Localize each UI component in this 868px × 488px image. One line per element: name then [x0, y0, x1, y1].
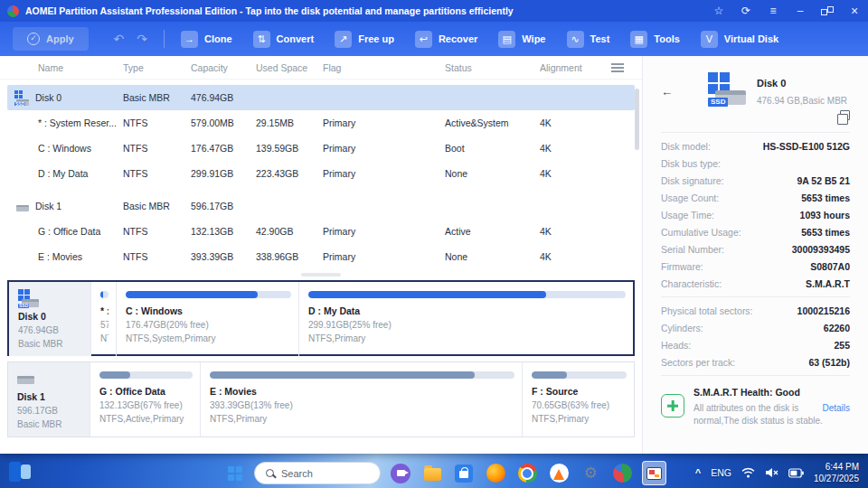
undo-button[interactable]: ↶ [114, 32, 125, 46]
taskbar: Search ⚙ ^ ENG 6:44 PM 10/27/2025 [0, 457, 868, 488]
column-used-space[interactable]: Used Space [256, 62, 323, 73]
free-up-button[interactable]: ↗ Free up [335, 31, 394, 48]
table-header: Name Type Capacity Used Space Flag Statu… [0, 56, 642, 80]
detail-disk-subtitle: 476.94 GB,Basic MBR [757, 96, 847, 106]
column-alignment[interactable]: Alignment [540, 62, 611, 73]
redo-button[interactable]: ↷ [137, 32, 147, 46]
start-button[interactable] [224, 463, 246, 484]
language-indicator[interactable]: ENG [711, 467, 731, 478]
widgets-icon[interactable] [9, 462, 31, 482]
recover-button[interactable]: ↩ Recover [415, 31, 477, 48]
convert-button[interactable]: ⇅ Convert [253, 31, 315, 48]
disk-properties: Disk model:HS-SSD-E100 512G Disk bus typ… [661, 133, 850, 296]
smart-health-box: S.M.A.R.T Health: Good All attributes on… [661, 376, 850, 427]
close-button[interactable]: × [848, 5, 861, 17]
chrome-icon[interactable] [515, 462, 539, 485]
ssd-disk-icon: SSD [14, 90, 31, 106]
back-button[interactable]: ← [661, 85, 673, 99]
table-scrollbar[interactable] [635, 89, 639, 150]
clock[interactable]: 6:44 PM 10/27/2025 [814, 461, 859, 484]
tools-icon: ▦ [630, 31, 647, 48]
column-type[interactable]: Type [123, 62, 191, 73]
partition-block-f-source[interactable]: F : Source 70.65GB(63% free) NTFS,Primar… [522, 362, 634, 436]
app-window: AOMEI Partition Assistant Professional E… [0, 0, 868, 454]
partition-block-system-reserved[interactable]: * : ... 579... NTF... [90, 282, 116, 356]
settings-gear-icon[interactable]: ⚙ [579, 462, 602, 485]
tray-date: 10/27/2025 [814, 473, 859, 484]
table-row-e-movies[interactable]: E : Movies NTFS 393.39GB 338.96GB Primar… [0, 244, 642, 269]
store-icon[interactable] [452, 462, 476, 485]
clone-icon: → [181, 31, 198, 48]
battery-icon[interactable] [788, 468, 804, 478]
apply-button[interactable]: ✓ Apply [13, 27, 89, 51]
disk1-map[interactable]: Disk 1 596.17GB Basic MBR G : Office Dat… [7, 361, 635, 437]
virtual-disk-button[interactable]: V Virtual Disk [701, 31, 778, 48]
restore-button[interactable] [821, 6, 834, 15]
column-status[interactable]: Status [445, 62, 540, 73]
wifi-icon[interactable] [741, 467, 755, 478]
table-row-disk0[interactable]: SSD Disk 0 Basic MBR 476.94GB [7, 85, 635, 110]
toolbar-divider [164, 30, 165, 48]
test-button[interactable]: ∿ Test [567, 31, 610, 48]
window-title: AOMEI Partition Assistant Professional E… [25, 5, 705, 16]
aomei-logo-icon [7, 5, 19, 17]
refresh-icon[interactable]: ⟳ [740, 5, 752, 17]
details-link[interactable]: Details [822, 403, 850, 413]
wipe-icon: ▤ [498, 31, 515, 48]
wipe-button[interactable]: ▤ Wipe [498, 31, 545, 48]
menu-icon[interactable]: ≡ [767, 5, 779, 17]
disk-list-section: Name Type Capacity Used Space Flag Statu… [0, 56, 642, 454]
vlc-icon[interactable] [547, 462, 571, 485]
disk0-map-header[interactable]: SSD Disk 0 476.94GB Basic MBR [9, 282, 90, 356]
column-flag[interactable]: Flag [323, 62, 445, 73]
detail-disk-name: Disk 0 [757, 78, 786, 89]
volume-muted-icon[interactable] [765, 467, 778, 478]
disk-geometry: Physical total sectors:1000215216 Cylind… [661, 297, 850, 375]
hdd-disk-icon [14, 199, 31, 214]
column-settings-icon[interactable] [611, 63, 624, 72]
check-circle-icon: ✓ [27, 33, 40, 45]
favorite-icon[interactable]: ☆ [712, 5, 725, 17]
virtual-disk-icon: V [701, 31, 718, 48]
recover-icon: ↩ [415, 31, 432, 48]
splitter-handle[interactable] [0, 269, 642, 280]
minimize-button[interactable]: – [794, 5, 807, 17]
pinned-app-icon[interactable] [610, 462, 634, 485]
ssd-disk-icon: SSD [18, 289, 40, 307]
file-explorer-icon[interactable] [420, 462, 444, 485]
search-input[interactable]: Search [254, 462, 381, 484]
chat-app-icon[interactable] [389, 462, 412, 485]
table-row-c-windows[interactable]: C : Windows NTFS 176.47GB 139.59GB Prima… [0, 136, 642, 161]
health-plus-icon [661, 394, 684, 418]
search-icon [266, 469, 274, 477]
table-row-system-reserved[interactable]: * : System Reser... NTFS 579.00MB 29.15M… [0, 110, 642, 136]
ssd-disk-icon: SSD [708, 72, 746, 107]
table-row-d-my-data[interactable]: D : My Data NTFS 299.91GB 223.43GB Prima… [0, 161, 642, 186]
smart-health-title: S.M.A.R.T Health: Good [693, 387, 827, 398]
disk-detail-panel: ← SSD Disk 0 476.94 GB,Basic MBR Disk mo… [642, 56, 868, 454]
toolbar: ✓ Apply ↶ ↷ → Clone ⇅ Convert ↗ Free up … [0, 22, 868, 56]
partition-block-e-movies[interactable]: E : Movies 393.39GB(13% free) NTFS,Prima… [200, 362, 522, 436]
clone-button[interactable]: → Clone [181, 31, 232, 48]
firefox-icon[interactable] [484, 462, 507, 485]
free-up-icon: ↗ [335, 31, 352, 48]
tools-button[interactable]: ▦ Tools [630, 31, 680, 48]
column-name[interactable]: Name [14, 62, 123, 73]
title-bar: AOMEI Partition Assistant Professional E… [0, 0, 868, 22]
column-capacity[interactable]: Capacity [191, 62, 256, 73]
copy-icon[interactable] [840, 110, 850, 120]
tray-time: 6:44 PM [814, 461, 859, 473]
partition-block-c-windows[interactable]: C : Windows 176.47GB(20% free) NTFS,Syst… [116, 282, 298, 356]
partition-block-d-my-data[interactable]: D : My Data 299.91GB(25% free) NTFS,Prim… [298, 282, 633, 356]
smart-health-desc: All attributes on the disk is normal,The… [693, 402, 827, 427]
table-row-g-office-data[interactable]: G : Office Data NTFS 132.13GB 42.90GB Pr… [0, 219, 642, 244]
disk1-map-header[interactable]: Disk 1 596.17GB Basic MBR [8, 362, 90, 436]
aomei-taskbar-icon[interactable] [642, 461, 666, 485]
tray-chevron-icon[interactable]: ^ [695, 467, 701, 478]
convert-icon: ⇅ [253, 31, 270, 48]
hdd-disk-icon [17, 370, 39, 388]
disk0-map[interactable]: SSD Disk 0 476.94GB Basic MBR * : ... 57… [7, 280, 635, 356]
table-row-disk1[interactable]: Disk 1 Basic MBR 596.17GB [0, 193, 642, 219]
partition-block-g-office-data[interactable]: G : Office Data 132.13GB(67% free) NTFS,… [90, 362, 200, 436]
windows-logo-icon [228, 466, 242, 481]
